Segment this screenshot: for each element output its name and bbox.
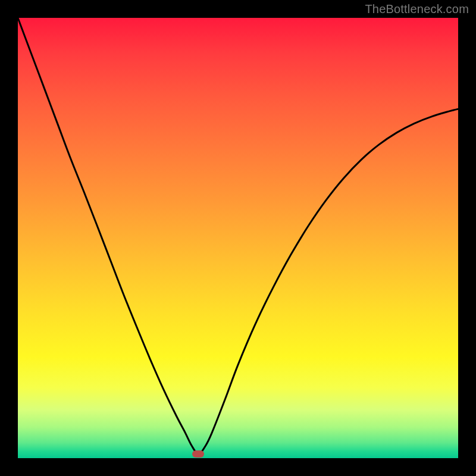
chart-frame: TheBottleneck.com (0, 0, 476, 476)
watermark-text: TheBottleneck.com (365, 2, 469, 16)
curve-svg (18, 18, 458, 458)
bottleneck-curve (18, 18, 458, 454)
optimal-point-marker (192, 450, 204, 458)
plot-area (18, 18, 458, 458)
